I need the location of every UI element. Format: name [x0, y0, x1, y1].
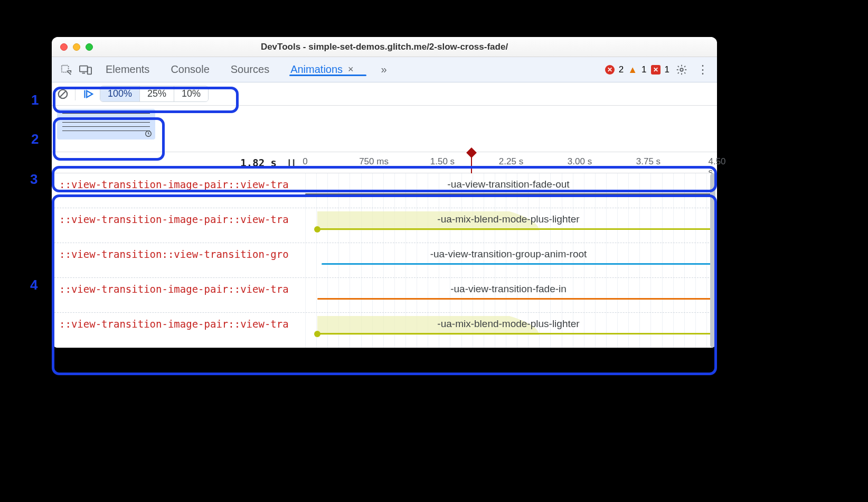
- speed-25[interactable]: 25%: [139, 86, 174, 101]
- zoom-window-button[interactable]: [86, 43, 93, 51]
- issue-count: 1: [665, 64, 669, 75]
- tab-console[interactable]: Console: [171, 63, 209, 76]
- animation-track[interactable]: [305, 193, 712, 195]
- pause-resume-button[interactable]: [80, 86, 96, 102]
- animation-controls-toolbar: 100% 25% 10%: [52, 82, 717, 106]
- devtools-window: DevTools - simple-set-demos.glitch.me/2-…: [52, 37, 717, 348]
- devtools-tabstrip: Elements Console Sources Animations × » …: [52, 57, 717, 82]
- animation-row[interactable]: ::view-transition::view-transition-gro-u…: [52, 243, 717, 278]
- animation-track-area[interactable]: -ua-mix-blend-mode-plus-lighter: [305, 208, 712, 243]
- annotation-3: 3: [30, 171, 37, 188]
- timeline-ruler[interactable]: 1.82 s 0750 ms1.50 s2.25 s3.00 s3.75 s4.…: [52, 152, 717, 173]
- animation-track[interactable]: [322, 263, 712, 265]
- window-controls: [52, 43, 93, 51]
- animation-name: -ua-view-transition-fade-in: [450, 283, 567, 295]
- clock-icon: [145, 130, 152, 137]
- tab-animations[interactable]: Animations: [290, 63, 343, 76]
- tabs-overflow-icon[interactable]: »: [381, 63, 387, 76]
- keyframe-dot[interactable]: [314, 226, 320, 233]
- tab-elements[interactable]: Elements: [106, 63, 149, 76]
- animation-name: -ua-mix-blend-mode-plus-lighter: [437, 213, 579, 225]
- svg-point-3: [680, 68, 683, 71]
- scrollbar-thumb[interactable]: [710, 173, 715, 348]
- window-titlebar: DevTools - simple-set-demos.glitch.me/2-…: [52, 37, 717, 57]
- animation-name: -ua-view-transition-group-anim-root: [430, 248, 587, 260]
- animation-selector[interactable]: ::view-transition::view-transition-gro: [59, 248, 307, 260]
- more-menu-button[interactable]: ⋮: [695, 63, 711, 77]
- ruler-tick-label: 2.25 s: [499, 156, 523, 167]
- annotation-1: 1: [31, 92, 39, 108]
- ruler-tick-label: 750 ms: [359, 156, 389, 167]
- issue-icon: ✕: [651, 65, 661, 75]
- animation-selector[interactable]: ::view-transition-image-pair::view-tra: [59, 318, 307, 330]
- warning-icon: ▲: [628, 65, 637, 75]
- tab-sources[interactable]: Sources: [231, 63, 269, 76]
- window-title: DevTools - simple-set-demos.glitch.me/2-…: [52, 42, 717, 52]
- animation-track-area[interactable]: -ua-mix-blend-mode-plus-lighter: [305, 313, 712, 348]
- animation-details: ::view-transition-image-pair::view-tra-u…: [52, 173, 717, 348]
- svg-marker-7: [87, 90, 92, 97]
- speed-10[interactable]: 10%: [174, 86, 208, 101]
- error-icon: ✕: [605, 65, 615, 75]
- settings-button[interactable]: [676, 64, 692, 76]
- ruler-tick-label: 1.50 s: [430, 156, 455, 167]
- warning-count: 1: [641, 64, 646, 75]
- error-count: 2: [619, 64, 624, 75]
- clear-all-button[interactable]: [55, 86, 71, 102]
- panel-tabs: Elements Console Sources Animations × »: [106, 63, 387, 76]
- animation-track[interactable]: [317, 228, 712, 230]
- annotation-2: 2: [31, 131, 39, 147]
- minimize-window-button[interactable]: [73, 43, 80, 51]
- animation-track[interactable]: [317, 298, 712, 300]
- device-toolbar-icon[interactable]: [79, 64, 92, 76]
- speed-100[interactable]: 100%: [100, 86, 139, 101]
- animation-row[interactable]: ::view-transition-image-pair::view-tra-u…: [52, 173, 717, 208]
- animation-buffer-row: [52, 106, 717, 152]
- animation-selector[interactable]: ::view-transition-image-pair::view-tra: [59, 179, 307, 190]
- animation-selector[interactable]: ::view-transition-image-pair::view-tra: [59, 283, 307, 295]
- animation-group-thumbnail[interactable]: [57, 109, 155, 140]
- svg-rect-2: [88, 67, 91, 74]
- current-time-label: 1.82 s: [240, 157, 277, 169]
- animation-track[interactable]: [317, 333, 712, 334]
- ruler-ticks[interactable]: 0750 ms1.50 s2.25 s3.00 s3.75 s4.50 s: [305, 152, 717, 173]
- animation-row[interactable]: ::view-transition-image-pair::view-tra-u…: [52, 208, 717, 243]
- status-chips[interactable]: ✕2 ▲1 ✕1: [604, 64, 669, 75]
- ruler-tick-label: 0: [303, 156, 307, 167]
- playback-speed-group: 100% 25% 10%: [100, 86, 209, 102]
- separator: [75, 88, 76, 100]
- ruler-tick-label: 3.00 s: [568, 156, 592, 167]
- ruler-tick-label: 3.75 s: [636, 156, 661, 167]
- animation-track-area[interactable]: -ua-view-transition-fade-out: [305, 173, 712, 208]
- animation-track-area[interactable]: -ua-view-transition-fade-in: [305, 278, 712, 312]
- close-window-button[interactable]: [60, 43, 68, 51]
- vertical-scrollbar[interactable]: [710, 173, 716, 348]
- animation-name: -ua-view-transition-fade-out: [447, 179, 569, 190]
- close-tab-icon[interactable]: ×: [348, 64, 354, 75]
- animation-row[interactable]: ::view-transition-image-pair::view-tra-u…: [52, 313, 717, 348]
- keyframe-dot[interactable]: [314, 331, 320, 337]
- inspect-element-icon[interactable]: [60, 64, 72, 76]
- animation-row[interactable]: ::view-transition-image-pair::view-tra-u…: [52, 278, 717, 313]
- animation-name: -ua-mix-blend-mode-plus-lighter: [437, 318, 579, 330]
- annotation-4: 4: [30, 277, 37, 293]
- animation-track-area[interactable]: -ua-view-transition-group-anim-root: [305, 243, 712, 277]
- svg-line-5: [60, 90, 67, 97]
- animation-selector[interactable]: ::view-transition-image-pair::view-tra: [59, 213, 307, 225]
- timeline-pause-button[interactable]: [286, 157, 297, 168]
- svg-rect-1: [80, 66, 88, 71]
